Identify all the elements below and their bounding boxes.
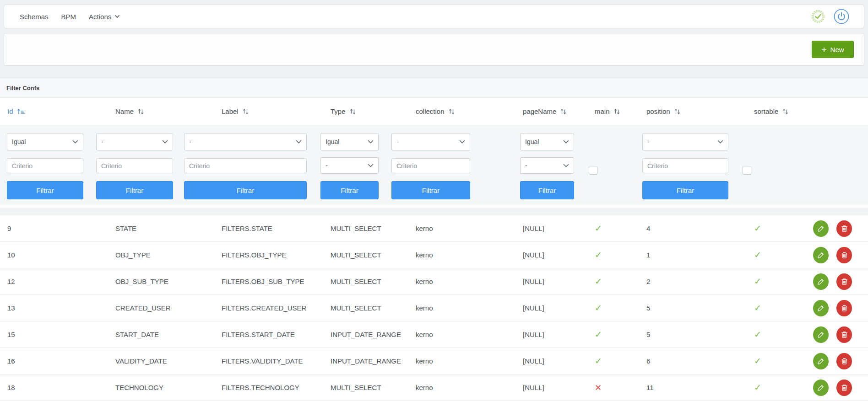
column-header-name[interactable]: Name xyxy=(105,98,212,125)
edit-button[interactable] xyxy=(813,273,829,290)
check-icon: ✓ xyxy=(595,330,602,339)
pencil-icon xyxy=(817,358,825,365)
nav-item-bpm[interactable]: BPM xyxy=(55,13,83,21)
name-filter-button[interactable]: Filtrar xyxy=(96,181,173,199)
pencil-icon xyxy=(817,278,825,285)
chevron-down-icon xyxy=(72,140,78,144)
cell-main: ✓ xyxy=(585,295,636,321)
delete-button[interactable] xyxy=(836,273,852,290)
pencil-icon xyxy=(817,384,825,391)
edit-button[interactable] xyxy=(813,326,829,343)
delete-button[interactable] xyxy=(836,380,852,396)
table-row[interactable]: 10 OBJ_TYPE FILTERS.OBJ_TYPE MULTI_SELEC… xyxy=(0,242,868,268)
id-criteria-input[interactable] xyxy=(7,158,83,173)
column-header-position[interactable]: position xyxy=(636,98,744,125)
cross-icon: ✕ xyxy=(595,384,602,392)
cell-label: FILTERS.VALIDITY_DATE xyxy=(212,348,320,374)
cell-name: CREATED_USER xyxy=(105,295,212,321)
sort-icon xyxy=(560,108,567,115)
chevron-down-icon xyxy=(368,164,374,167)
trash-icon xyxy=(841,305,848,312)
table-row[interactable]: 18 TECHNOLOGY FILTERS.TECHNOLOGY MULTI_S… xyxy=(0,374,868,401)
filter-row: Igual Filtrar - Filtrar - xyxy=(0,125,868,204)
type-filter-button[interactable]: Filtrar xyxy=(320,181,379,199)
power-button[interactable] xyxy=(834,9,849,24)
delete-button[interactable] xyxy=(836,247,852,263)
edit-button[interactable] xyxy=(813,380,829,396)
nav-item-actions[interactable]: Actions xyxy=(82,13,126,21)
table-row[interactable]: 12 OBJ_SUB_TYPE FILTERS.OBJ_SUB_TYPE MUL… xyxy=(0,268,868,295)
delete-button[interactable] xyxy=(836,300,852,316)
cell-pagename: [NULL] xyxy=(513,215,585,241)
cell-actions xyxy=(805,348,868,374)
edit-button[interactable] xyxy=(813,247,829,263)
filter-group-main xyxy=(589,125,597,204)
table-row[interactable]: 15 START_DATE FILTERS.START_DATE INPUT_D… xyxy=(0,321,868,348)
cell-name: START_DATE xyxy=(105,321,212,348)
column-header-pagename[interactable]: pageName xyxy=(513,98,585,125)
table-row[interactable]: 9 STATE FILTERS.STATE MULTI_SELECT kerno… xyxy=(0,215,868,242)
label-criteria-input[interactable] xyxy=(184,158,307,173)
delete-button[interactable] xyxy=(836,353,852,369)
column-header-main[interactable]: main xyxy=(585,98,636,125)
id-operator-select[interactable]: Igual xyxy=(7,133,83,150)
cell-label: FILTERS.OBJ_SUB_TYPE xyxy=(212,268,320,294)
name-criteria-input[interactable] xyxy=(96,158,173,173)
column-header-label[interactable]: Label xyxy=(212,98,320,125)
sortable-filter-checkbox[interactable] xyxy=(743,166,751,175)
trash-icon xyxy=(841,251,848,259)
pagename-filter-button[interactable]: Filtrar xyxy=(520,181,574,199)
cell-type: MULTI_SELECT xyxy=(320,215,406,241)
cell-main: ✕ xyxy=(585,374,636,401)
collection-criteria-input[interactable] xyxy=(391,158,470,173)
pagename-value-select[interactable]: - xyxy=(520,157,574,174)
name-operator-select[interactable]: - xyxy=(96,133,173,150)
collection-filter-button[interactable]: Filtrar xyxy=(391,181,470,199)
nav-item-schemas[interactable]: Schemas xyxy=(13,13,55,21)
cell-main: ✓ xyxy=(585,321,636,348)
delete-button[interactable] xyxy=(836,326,852,343)
cell-sortable: ✓ xyxy=(744,242,805,268)
main-filter-checkbox[interactable] xyxy=(589,166,597,175)
filter-group-type: Igual - Filtrar xyxy=(320,125,379,204)
label-operator-select[interactable]: - xyxy=(184,133,307,150)
type-operator-select[interactable]: Igual xyxy=(320,133,379,150)
collection-operator-select[interactable]: - xyxy=(391,133,470,150)
type-value-select[interactable]: - xyxy=(320,157,379,174)
edit-button[interactable] xyxy=(813,220,829,237)
check-icon: ✓ xyxy=(754,330,761,339)
cell-position: 5 xyxy=(636,321,744,348)
position-criteria-input[interactable] xyxy=(642,158,728,173)
cell-pagename: [NULL] xyxy=(513,348,585,374)
column-header-sortable[interactable]: sortable xyxy=(744,98,805,125)
column-header-id[interactable]: Id xyxy=(0,98,105,125)
delete-button[interactable] xyxy=(836,220,852,237)
table-row[interactable]: 16 VALIDITY_DATE FILTERS.VALIDITY_DATE I… xyxy=(0,348,868,374)
cell-main: ✓ xyxy=(585,348,636,374)
check-icon: ✓ xyxy=(754,251,761,259)
cell-position: 11 xyxy=(636,374,744,401)
label-filter-button[interactable]: Filtrar xyxy=(184,181,307,199)
cell-name: OBJ_SUB_TYPE xyxy=(105,268,212,294)
cell-actions xyxy=(805,215,868,241)
power-icon xyxy=(834,9,849,24)
trash-icon xyxy=(841,358,848,365)
cell-collection: kerno xyxy=(406,348,513,374)
pencil-icon xyxy=(817,305,825,312)
trash-icon xyxy=(841,331,848,338)
position-operator-select[interactable]: - xyxy=(642,133,728,150)
id-filter-button[interactable]: Filtrar xyxy=(7,181,83,199)
new-button[interactable]: + New xyxy=(812,41,854,58)
column-header-collection[interactable]: collection xyxy=(406,98,513,125)
table-row[interactable]: 13 CREATED_USER FILTERS.CREATED_USER MUL… xyxy=(0,295,868,321)
chevron-down-icon xyxy=(563,140,569,144)
trash-icon xyxy=(841,225,848,232)
cell-type: MULTI_SELECT xyxy=(320,268,406,294)
edit-button[interactable] xyxy=(813,353,829,369)
pagename-operator-select[interactable]: Igual xyxy=(520,133,574,150)
edit-button[interactable] xyxy=(813,300,829,316)
sort-icon xyxy=(613,108,620,115)
position-filter-button[interactable]: Filtrar xyxy=(642,181,728,199)
cell-label: FILTERS.START_DATE xyxy=(212,321,320,348)
column-header-type[interactable]: Type xyxy=(320,98,406,125)
